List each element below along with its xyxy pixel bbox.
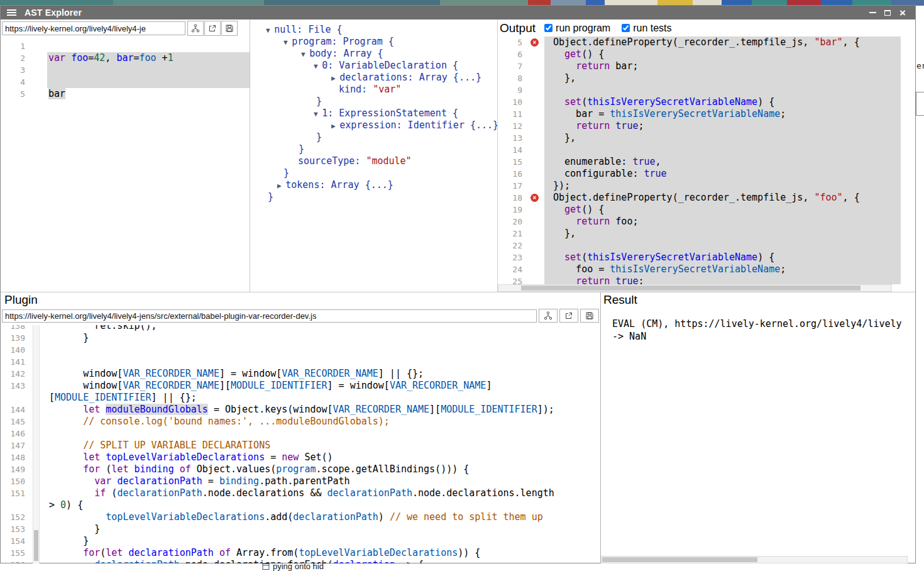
- plugin-url-input[interactable]: [2, 309, 537, 323]
- line-number: 17: [498, 180, 528, 192]
- code-line: sourceType: "module": [266, 155, 497, 167]
- code-line: 8 },: [498, 72, 901, 84]
- error-marker-icon[interactable]: ×: [531, 38, 539, 47]
- bottom-section: Plugin 138 ret.skip();139 }140141142 win…: [1, 292, 915, 563]
- close-button[interactable]: ×: [895, 6, 910, 19]
- code-line: 145 // console.log('bound names:', ...mo…: [1, 416, 600, 428]
- line-number: 154: [1, 535, 31, 547]
- open-external-button[interactable]: [204, 21, 221, 36]
- disclosure-triangle-icon[interactable]: ▼: [266, 26, 274, 35]
- hamburger-menu-icon[interactable]: [7, 9, 16, 11]
- code-text: ▼ 1: ExpressionStatement {: [266, 108, 458, 119]
- result-horizontal-scrollbar[interactable]: [601, 556, 908, 563]
- code-text: }: [266, 131, 322, 143]
- disclosure-triangle-icon[interactable]: ▶: [277, 182, 285, 190]
- versions-button[interactable]: [187, 21, 204, 36]
- run-option[interactable]: run program: [544, 23, 610, 34]
- gutter-marker-slot: [528, 132, 544, 144]
- plugin-code-editor[interactable]: 138 ret.skip();139 }140141142 window[VAR…: [1, 325, 600, 563]
- gutter-marker-slot: [31, 64, 47, 76]
- disclosure-triangle-icon[interactable]: ▼: [314, 110, 322, 118]
- minimize-button[interactable]: [865, 6, 880, 19]
- code-text: ▶ tokens: Array {...}: [266, 179, 393, 191]
- line-number: 19: [498, 204, 528, 216]
- run-option[interactable]: run tests: [622, 23, 671, 34]
- output-title: Output: [500, 21, 536, 35]
- source-code-editor[interactable]: 12var foo=42, bar=foo +1345bar: [1, 37, 250, 292]
- code-line: 150 var declarationPath = binding.path.p…: [1, 475, 600, 487]
- disclosure-triangle-icon[interactable]: ▼: [314, 62, 322, 70]
- save-button[interactable]: [221, 21, 238, 36]
- code-text: if (declarationPath.node.declarations &&…: [48, 487, 600, 499]
- gutter-marker-slot: [528, 84, 544, 96]
- checkbox[interactable]: [622, 24, 630, 32]
- code-text: return true;: [544, 120, 901, 132]
- source-url-input[interactable]: [2, 21, 185, 35]
- plugin-toolbar: [1, 308, 600, 324]
- output-header: Output run programrun tests: [498, 19, 901, 36]
- line-number: 141: [1, 356, 31, 368]
- ast-tree-pane: ▼ null: File {▼ program: Program {▼ body…: [250, 19, 497, 292]
- output-pane: Output run programrun tests 5×Object.def…: [497, 19, 901, 292]
- checkbox-label: run program: [556, 23, 610, 34]
- plugin-vertical-scrollbar[interactable]: [33, 325, 40, 563]
- code-line: 149 for (let binding of Object.values(pr…: [1, 463, 600, 475]
- save-icon: [225, 24, 234, 33]
- line-number: 11: [498, 108, 528, 120]
- code-text: ▶ expression: Identifier {...}: [266, 119, 497, 131]
- error-marker-icon[interactable]: ×: [531, 194, 539, 202]
- disclosure-triangle-icon[interactable]: ▼: [283, 38, 292, 47]
- result-line: EVAL (CM), https://lively-kernel.org/liv…: [612, 318, 908, 330]
- code-text: configurable: true: [544, 168, 901, 180]
- code-text: sourceType: "module": [266, 155, 412, 167]
- gutter-marker-slot: [528, 275, 544, 284]
- plugin-open-external-button[interactable]: [559, 309, 578, 323]
- output-code-editor[interactable]: 5×Object.defineProperty(_recorder_.tempf…: [498, 36, 901, 284]
- line-number: 15: [498, 156, 528, 168]
- gutter-marker-slot: [528, 180, 544, 192]
- scrollbar-thumb[interactable]: [521, 286, 861, 291]
- code-line: 14: [498, 144, 901, 156]
- maximize-button[interactable]: [880, 6, 895, 19]
- code-text: bar: [47, 88, 250, 100]
- code-text: }: [48, 332, 600, 344]
- line-number: 6: [498, 48, 528, 60]
- code-line: 2var foo=42, bar=foo +1: [1, 52, 250, 64]
- code-line: 10 set(thisIsVererySecretVariableName) {: [498, 96, 901, 108]
- line-number: 22: [498, 240, 528, 252]
- code-line: 18×Object.defineProperty(_recorder_.temp…: [498, 192, 901, 204]
- code-text: }: [266, 96, 322, 108]
- window-controls: ×: [865, 6, 915, 19]
- disclosure-triangle-icon[interactable]: ▶: [331, 122, 339, 130]
- line-number: 7: [498, 60, 528, 72]
- code-text: topLevelVariableDeclarations.add(declara…: [48, 511, 600, 523]
- code-line: > 0) {: [1, 499, 600, 511]
- maximize-icon: [884, 10, 891, 16]
- code-text: },: [544, 132, 901, 144]
- code-line: 23 set(thisIsVererySecretVariableName) {: [498, 252, 901, 263]
- checkbox[interactable]: [544, 24, 553, 32]
- gutter-marker-slot: [528, 96, 544, 108]
- scrollbar-thumb[interactable]: [34, 530, 38, 561]
- title-bar[interactable]: AST Explorer ×: [1, 6, 915, 19]
- ast-tree[interactable]: ▼ null: File {▼ program: Program {▼ body…: [266, 24, 497, 203]
- code-line: 20 return foo;: [498, 216, 901, 228]
- code-line: 6 get() {: [498, 48, 901, 60]
- line-number: 1: [1, 40, 31, 52]
- line-number: 5: [498, 36, 528, 48]
- code-text: let moduleBoundGlobals = Object.keys(win…: [48, 404, 600, 416]
- output-horizontal-scrollbar[interactable]: [498, 284, 892, 292]
- versions-icon: [544, 311, 553, 320]
- line-number: 23: [498, 252, 528, 263]
- disclosure-triangle-icon[interactable]: ▶: [331, 74, 339, 82]
- line-number: [1, 392, 31, 404]
- code-line: ▼ program: Program {: [266, 36, 497, 48]
- code-line: 153 }: [1, 523, 600, 535]
- plugin-versions-button[interactable]: [539, 309, 558, 323]
- plugin-save-button[interactable]: [580, 309, 599, 323]
- disclosure-triangle-icon[interactable]: ▼: [301, 50, 309, 58]
- line-number: 153: [1, 523, 31, 535]
- code-text: }: [266, 167, 289, 179]
- line-number: 150: [1, 475, 31, 487]
- scrollbar-thumb[interactable]: [602, 557, 757, 562]
